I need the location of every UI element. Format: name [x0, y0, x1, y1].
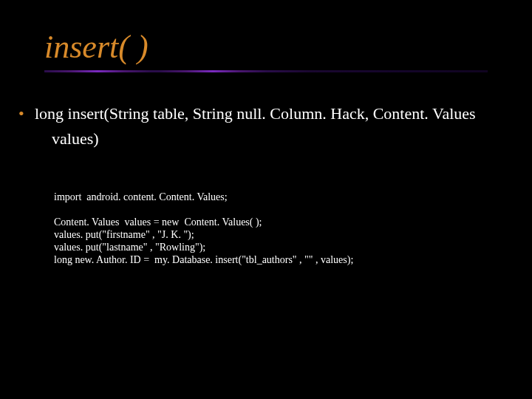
code-line: import android. content. Content. Values… [54, 191, 510, 203]
code-line: values. put("lastname" , "Rowling"); [54, 241, 510, 253]
method-signature-line2: values) [52, 129, 510, 149]
bullet-icon: • [18, 103, 35, 124]
slide-title: insert( ) [44, 28, 532, 66]
code-line: long new. Author. ID = my. Database. ins… [54, 253, 510, 266]
slide: insert( ) • long insert(String table, St… [0, 0, 532, 399]
code-line: values. put("firstname" , "J. K. "); [54, 228, 510, 241]
code-line: Content. Values values = new Content. Va… [54, 216, 510, 228]
method-signature-line1: long insert(String table, String null. C… [35, 103, 476, 124]
bullet-item: • long insert(String table, String null.… [18, 103, 510, 124]
code-block: import android. content. Content. Values… [54, 191, 510, 266]
content-area: • long insert(String table, String null.… [0, 72, 532, 266]
title-area: insert( ) [0, 28, 532, 66]
